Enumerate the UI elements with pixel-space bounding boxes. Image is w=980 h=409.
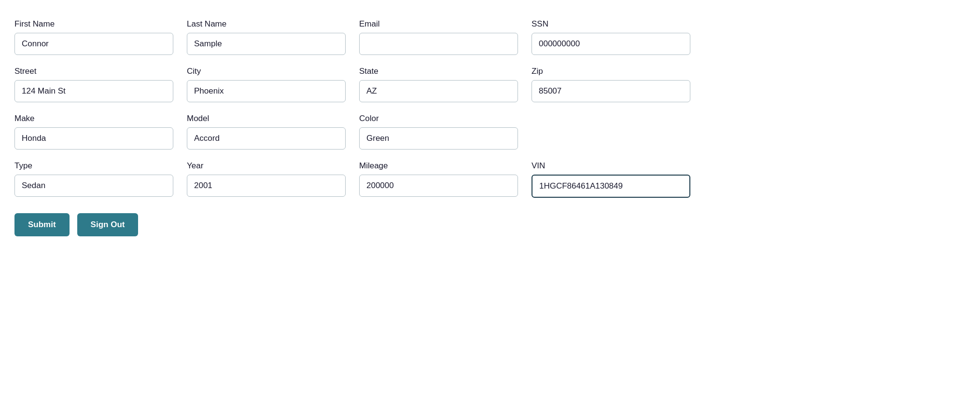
email-label: Email	[359, 19, 518, 29]
form-container: First Name Last Name Email SSN Street Ci…	[14, 19, 690, 236]
mileage-input[interactable]	[359, 175, 518, 197]
state-input[interactable]	[359, 80, 518, 102]
city-label: City	[187, 67, 346, 76]
type-input[interactable]	[14, 175, 173, 197]
city-input[interactable]	[187, 80, 346, 102]
last-name-input[interactable]	[187, 33, 346, 55]
state-label: State	[359, 67, 518, 76]
street-group: Street	[14, 67, 173, 102]
sign-out-button[interactable]: Sign Out	[77, 213, 139, 236]
year-input[interactable]	[187, 175, 346, 197]
mileage-label: Mileage	[359, 161, 518, 171]
empty-cell-row3	[532, 114, 690, 150]
ssn-group: SSN	[532, 19, 690, 55]
model-input[interactable]	[187, 127, 346, 150]
city-group: City	[187, 67, 346, 102]
model-label: Model	[187, 114, 346, 123]
color-label: Color	[359, 114, 518, 123]
mileage-group: Mileage	[359, 161, 518, 198]
last-name-group: Last Name	[187, 19, 346, 55]
model-group: Model	[187, 114, 346, 150]
email-input[interactable]	[359, 33, 518, 55]
make-input[interactable]	[14, 127, 173, 150]
type-group: Type	[14, 161, 173, 198]
vin-input[interactable]	[532, 175, 690, 198]
vin-group: VIN	[532, 161, 690, 198]
street-label: Street	[14, 67, 173, 76]
year-label: Year	[187, 161, 346, 171]
submit-button[interactable]: Submit	[14, 213, 70, 236]
email-group: Email	[359, 19, 518, 55]
buttons-row: Submit Sign Out	[14, 213, 690, 236]
vin-label: VIN	[532, 161, 690, 171]
zip-label: Zip	[532, 67, 690, 76]
ssn-input[interactable]	[532, 33, 690, 55]
first-name-label: First Name	[14, 19, 173, 29]
make-label: Make	[14, 114, 173, 123]
color-input[interactable]	[359, 127, 518, 150]
state-group: State	[359, 67, 518, 102]
color-group: Color	[359, 114, 518, 150]
make-group: Make	[14, 114, 173, 150]
zip-group: Zip	[532, 67, 690, 102]
type-label: Type	[14, 161, 173, 171]
street-input[interactable]	[14, 80, 173, 102]
zip-input[interactable]	[532, 80, 690, 102]
ssn-label: SSN	[532, 19, 690, 29]
first-name-group: First Name	[14, 19, 173, 55]
year-group: Year	[187, 161, 346, 198]
first-name-input[interactable]	[14, 33, 173, 55]
last-name-label: Last Name	[187, 19, 346, 29]
